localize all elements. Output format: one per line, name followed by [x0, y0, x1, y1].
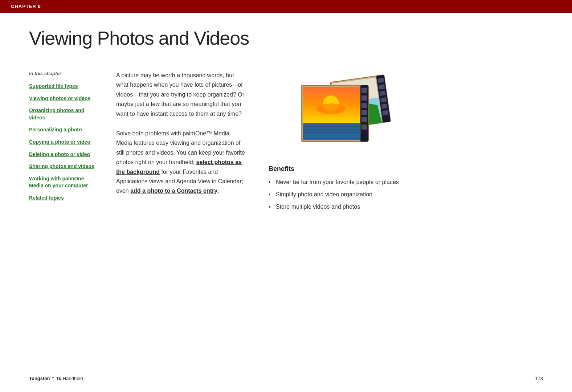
svg-rect-6	[381, 104, 388, 109]
link-add-photo-contacts[interactable]: add a photo to a Contacts entry	[130, 188, 217, 194]
svg-point-26	[316, 103, 346, 114]
media-illustration-svg	[290, 71, 392, 147]
chapter-header: CHAPTER 9	[0, 0, 572, 13]
sidebar-link-related-topics[interactable]: Related topics	[29, 195, 98, 202]
svg-rect-5	[380, 97, 387, 102]
svg-rect-21	[303, 123, 360, 140]
svg-rect-15	[361, 103, 367, 108]
benefits-list: Never be far from your favorite people o…	[269, 178, 399, 211]
photo-illustration	[290, 71, 392, 151]
sidebar-link-supported-file-types[interactable]: Supported file types	[29, 83, 98, 90]
benefit-item-2: Simplify photo and video organization	[269, 190, 399, 199]
sidebar-link-copying[interactable]: Copying a photo or video	[29, 139, 98, 146]
footer-brand-suffix: Handheld	[61, 376, 83, 381]
svg-rect-2	[377, 78, 384, 83]
sidebar-section-label: In this chapter	[29, 71, 98, 76]
sidebar-link-organizing[interactable]: Organizing photos and videos	[29, 107, 98, 121]
sidebar: In this chapter Supported file types Vie…	[29, 71, 109, 215]
chapter-label: CHAPTER 9	[11, 4, 41, 9]
benefit-item-1: Never be far from your favorite people o…	[269, 178, 399, 187]
svg-rect-14	[361, 95, 367, 101]
benefits-title: Benefits	[269, 165, 399, 173]
benefits-section: Benefits Never be far from your favorite…	[269, 165, 399, 215]
svg-rect-18	[361, 124, 367, 130]
page-footer: Tungsten™ T5 Handheld 178	[0, 372, 572, 385]
content-area: In this chapter Supported file types Vie…	[0, 56, 572, 229]
svg-rect-17	[361, 117, 367, 122]
footer-page-number: 178	[535, 376, 543, 381]
page-title: Viewing Photos and Videos	[29, 27, 543, 49]
svg-rect-16	[361, 110, 367, 115]
sidebar-link-personalizing[interactable]: Personalizing a photo	[29, 126, 98, 134]
sidebar-link-deleting[interactable]: Deleting a photo or video	[29, 151, 98, 158]
svg-rect-13	[361, 88, 367, 93]
svg-rect-7	[382, 110, 389, 115]
page-title-section: Viewing Photos and Videos	[0, 13, 572, 56]
main-text: A picture may be worth a thousand words,…	[109, 71, 261, 215]
paragraph-2: Solve both problems with palmOne™ Media.…	[116, 129, 247, 196]
paragraph-1: A picture may be worth a thousand words,…	[116, 71, 247, 119]
benefit-item-3: Store multiple videos and photos	[269, 203, 399, 211]
right-column: Benefits Never be far from your favorite…	[261, 71, 543, 215]
sidebar-link-working[interactable]: Working with palmOne Media on your compu…	[29, 175, 98, 189]
svg-rect-3	[379, 84, 385, 89]
sidebar-link-sharing[interactable]: Sharing photos and videos	[29, 163, 98, 170]
sidebar-link-viewing-photos[interactable]: Viewing photos or videos	[29, 95, 98, 102]
footer-brand-name: Tungsten™ T5	[29, 376, 61, 381]
footer-brand: Tungsten™ T5 Handheld	[29, 376, 83, 381]
svg-rect-4	[379, 91, 386, 96]
